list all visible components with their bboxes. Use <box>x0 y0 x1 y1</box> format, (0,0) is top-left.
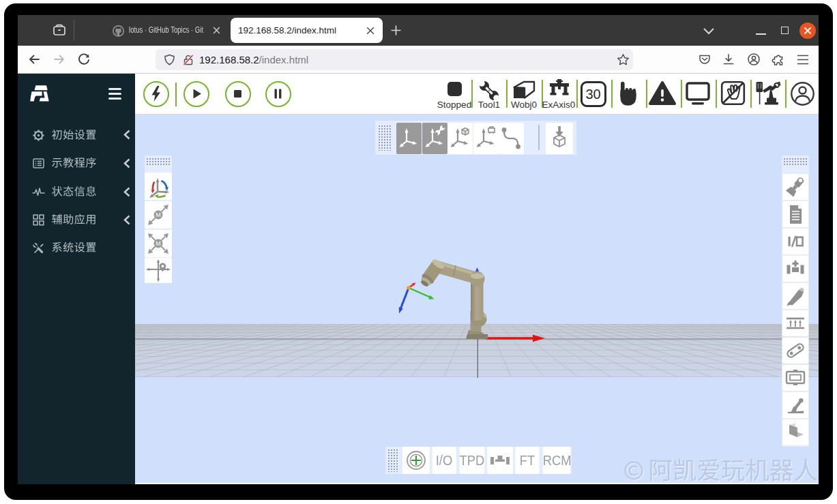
svg-text:M: M <box>156 240 161 247</box>
svg-text:M: M <box>156 211 161 218</box>
